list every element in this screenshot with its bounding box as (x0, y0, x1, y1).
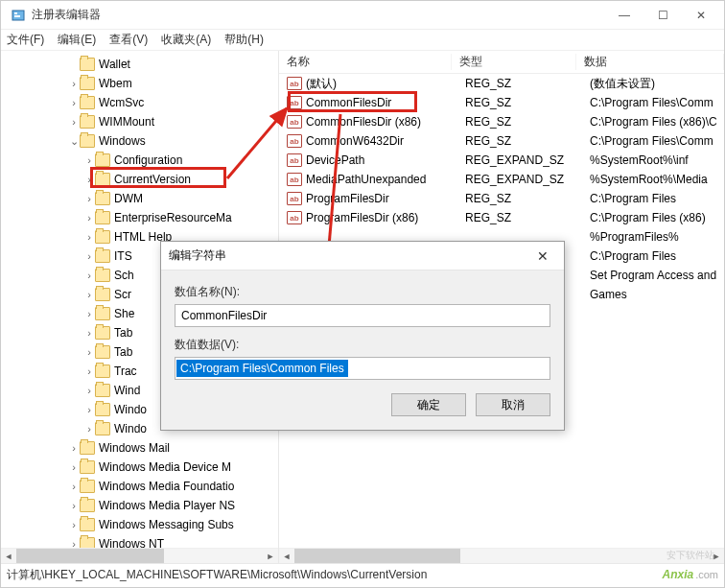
tree-item[interactable]: ›Configuration (1, 151, 278, 170)
tree-item[interactable]: Wallet (1, 55, 278, 74)
expand-icon[interactable]: › (83, 231, 95, 243)
string-value-icon: ab (287, 173, 302, 186)
tree-label: Wbem (99, 77, 132, 90)
folder-icon (95, 365, 110, 378)
expand-icon[interactable]: › (83, 423, 95, 435)
tree-item[interactable]: ›Windows Mail (1, 438, 278, 458)
menu-favorites[interactable]: 收藏夹(A) (161, 32, 211, 48)
folder-icon (95, 326, 110, 340)
col-header-data[interactable]: 数据 (576, 54, 724, 70)
tree-item[interactable]: ›Windows Media Player NS (1, 496, 278, 515)
tree-item[interactable]: ›WcmSvc (1, 93, 278, 112)
string-value-icon: ab (287, 77, 302, 90)
tree-item[interactable]: ›CurrentVersion (1, 170, 278, 189)
expand-icon[interactable]: › (83, 289, 95, 300)
tree-item[interactable]: ›Windows Media Device M (1, 458, 278, 477)
value-name-input[interactable] (175, 304, 550, 327)
tree-item[interactable]: ›Windows Messaging Subs (1, 515, 278, 534)
list-row[interactable]: ab(默认)REG_SZ(数值未设置) (279, 74, 724, 93)
col-header-name[interactable]: 名称 (279, 54, 452, 70)
tree-label: Windo (114, 403, 147, 416)
expand-icon[interactable]: › (68, 481, 80, 492)
tree-item[interactable]: ⌄Windows (1, 131, 278, 151)
scroll-left-icon[interactable]: ◄ (279, 549, 294, 563)
scroll-right-icon[interactable]: ► (263, 549, 278, 563)
menu-help[interactable]: 帮助(H) (224, 32, 264, 48)
value-data: Set Program Access and (582, 269, 724, 282)
expand-icon[interactable]: › (83, 250, 95, 262)
value-data-label: 数值数据(V): (175, 337, 550, 353)
ok-button[interactable]: 确定 (391, 393, 466, 416)
folder-icon (95, 422, 110, 435)
value-name: DevicePath (306, 153, 457, 167)
tree-label: Windo (114, 422, 147, 435)
folder-icon (95, 173, 110, 186)
folder-icon (80, 441, 95, 455)
string-value-icon: ab (287, 153, 302, 167)
tree-scrollbar[interactable]: ◄ ► (1, 548, 278, 563)
expand-icon[interactable]: › (83, 385, 95, 396)
expand-icon[interactable]: › (83, 404, 95, 415)
expand-icon[interactable]: ⌄ (68, 135, 80, 148)
expand-icon[interactable]: › (68, 519, 80, 530)
col-header-type[interactable]: 类型 (452, 54, 576, 70)
expand-icon[interactable]: › (83, 193, 95, 204)
list-row[interactable]: abCommonFilesDirREG_SZC:\Program Files\C… (279, 93, 724, 112)
value-data: Games (582, 288, 724, 301)
expand-icon[interactable]: › (83, 270, 95, 281)
expand-icon[interactable]: › (83, 346, 95, 358)
maximize-button[interactable]: ☐ (643, 2, 682, 29)
tree-label: Wind (114, 384, 140, 397)
dialog-close-button[interactable]: ✕ (529, 248, 556, 264)
tree-label: She (114, 307, 134, 320)
folder-icon (95, 211, 110, 224)
svg-rect-2 (14, 15, 20, 17)
tree-item[interactable]: ›Wbem (1, 74, 278, 93)
expand-icon[interactable]: › (83, 212, 95, 223)
tree-label: WcmSvc (99, 96, 144, 109)
tree-item[interactable]: ›WIMMount (1, 112, 278, 131)
folder-icon (80, 518, 95, 531)
list-row[interactable]: abMediaPathUnexpandedREG_EXPAND_SZ%Syste… (279, 170, 724, 189)
cancel-button[interactable]: 取消 (476, 393, 550, 416)
expand-icon[interactable]: › (68, 442, 80, 454)
close-button[interactable]: ✕ (682, 2, 720, 29)
expand-icon[interactable]: › (83, 327, 95, 339)
minimize-button[interactable]: — (605, 2, 643, 29)
value-name: CommonFilesDir (x86) (306, 115, 457, 129)
list-row[interactable]: abProgramFilesDir (x86)REG_SZC:\Program … (279, 208, 724, 227)
menu-view[interactable]: 查看(V) (109, 32, 148, 48)
folder-icon (95, 403, 110, 416)
value-type: REG_SZ (457, 115, 582, 129)
list-row[interactable]: abCommonFilesDir (x86)REG_SZC:\Program F… (279, 112, 724, 131)
tree-item[interactable]: ›DWM (1, 189, 278, 208)
list-row[interactable]: abCommonW6432DirREG_SZC:\Program Files\C… (279, 131, 724, 151)
value-data: %SystemRoot%\inf (582, 153, 724, 167)
tree-label: ITS (114, 249, 132, 263)
expand-icon[interactable]: › (83, 308, 95, 319)
list-row[interactable]: abProgramFilesDirREG_SZC:\Program Files (279, 189, 724, 208)
expand-icon[interactable]: › (68, 78, 80, 89)
expand-icon[interactable]: › (68, 461, 80, 473)
expand-icon[interactable]: › (83, 174, 95, 185)
value-data: C:\Program Files (x86)\C (582, 115, 724, 129)
tree-item[interactable]: ›Windows Media Foundatio (1, 477, 278, 496)
menu-file[interactable]: 文件(F) (7, 32, 44, 48)
tree-item[interactable]: ›EnterpriseResourceMa (1, 208, 278, 227)
list-scrollbar[interactable]: ◄ ► (279, 548, 724, 563)
window-title: 注册表编辑器 (32, 7, 605, 23)
value-type: REG_SZ (457, 77, 582, 90)
expand-icon[interactable]: › (68, 97, 80, 108)
scroll-left-icon[interactable]: ◄ (1, 549, 16, 563)
expand-icon[interactable]: › (68, 116, 80, 128)
folder-icon (95, 230, 110, 244)
tree-label: Tab (114, 326, 132, 340)
value-name: ProgramFilesDir (306, 192, 457, 205)
expand-icon[interactable]: › (83, 365, 95, 377)
menu-edit[interactable]: 编辑(E) (58, 32, 96, 48)
expand-icon[interactable]: › (83, 154, 95, 166)
value-type: REG_SZ (457, 134, 582, 148)
expand-icon[interactable]: › (68, 500, 80, 511)
folder-icon (80, 460, 95, 474)
list-row[interactable]: abDevicePathREG_EXPAND_SZ%SystemRoot%\in… (279, 151, 724, 170)
